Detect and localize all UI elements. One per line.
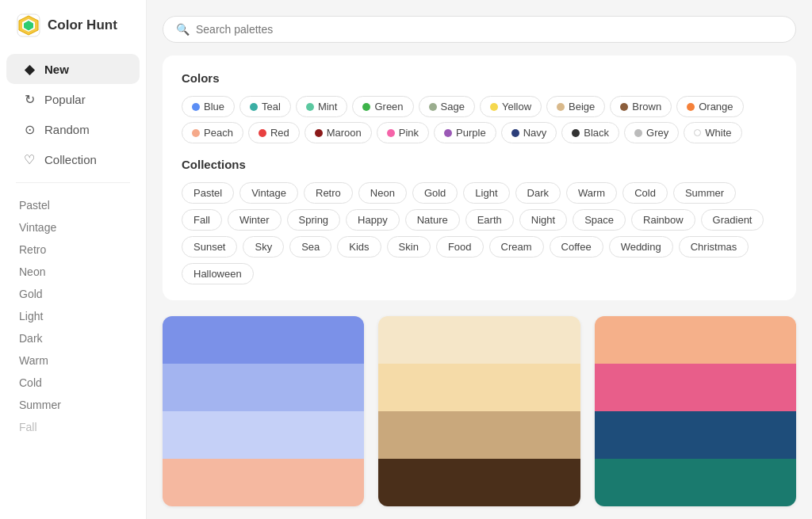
collection-tag-skin[interactable]: Skin <box>387 236 431 258</box>
color-tags: BlueTealMintGreenSageYellowBeigeBrownOra… <box>182 96 777 143</box>
palette-card-2[interactable] <box>595 316 796 506</box>
color-tag-mint[interactable]: Mint <box>296 96 348 117</box>
collection-tag-christmas[interactable]: Christmas <box>679 236 749 258</box>
collection-tag-kids[interactable]: Kids <box>337 236 381 258</box>
collection-tag-rainbow[interactable]: Rainbow <box>631 209 695 231</box>
collection-tag-coffee[interactable]: Coffee <box>550 236 603 258</box>
nav-item-new[interactable]: ◆ New <box>6 54 140 84</box>
color-label-peach: Peach <box>204 127 233 139</box>
color-dot-brown <box>620 103 628 111</box>
sidebar-link-dark[interactable]: Dark <box>0 327 146 349</box>
collection-tag-happy[interactable]: Happy <box>346 209 400 231</box>
collection-tag-summer[interactable]: Summer <box>673 182 736 204</box>
color-label-yellow: Yellow <box>502 101 531 113</box>
nav-label-popular: Popular <box>44 93 86 106</box>
color-tag-brown[interactable]: Brown <box>610 96 672 117</box>
color-label-sage: Sage <box>441 101 465 113</box>
collection-tag-halloween[interactable]: Halloween <box>182 263 254 284</box>
sidebar-link-fall[interactable]: Fall <box>0 416 146 438</box>
color-label-blue: Blue <box>204 101 224 113</box>
collection-icon: ♡ <box>22 152 36 166</box>
color-dot-yellow <box>490 103 498 111</box>
sidebar-link-neon[interactable]: Neon <box>0 261 146 283</box>
color-label-black: Black <box>584 127 609 139</box>
collection-tag-food[interactable]: Food <box>436 236 484 258</box>
collection-tag-sea[interactable]: Sea <box>289 236 331 258</box>
collection-tag-earth[interactable]: Earth <box>465 209 514 231</box>
palette-grid <box>163 316 796 506</box>
collections-title: Collections <box>182 158 777 171</box>
color-tag-navy[interactable]: Navy <box>501 122 557 143</box>
collection-tag-gold[interactable]: Gold <box>412 182 458 204</box>
color-tag-red[interactable]: Red <box>248 122 300 143</box>
collection-tag-spring[interactable]: Spring <box>287 209 341 231</box>
color-label-teal: Teal <box>262 101 281 113</box>
color-tag-peach[interactable]: Peach <box>182 122 243 143</box>
color-tag-green[interactable]: Green <box>352 96 413 117</box>
color-tag-sage[interactable]: Sage <box>419 96 475 117</box>
nav-label-random: Random <box>44 123 90 136</box>
color-tag-teal[interactable]: Teal <box>239 96 291 117</box>
collection-tag-sky[interactable]: Sky <box>243 236 284 258</box>
nav-item-popular[interactable]: ↻ Popular <box>6 84 140 114</box>
sidebar-link-gold[interactable]: Gold <box>0 283 146 305</box>
palette-2-swatch-1 <box>595 364 796 411</box>
color-tag-white[interactable]: White <box>684 122 741 143</box>
search-bar: 🔍 <box>163 16 796 43</box>
collection-tag-night[interactable]: Night <box>519 209 567 231</box>
color-dot-beige <box>557 103 565 111</box>
collection-tag-cold[interactable]: Cold <box>622 182 668 204</box>
random-icon: ⊙ <box>22 122 36 136</box>
palette-1-swatch-1 <box>378 364 580 411</box>
color-label-maroon: Maroon <box>327 127 362 139</box>
sidebar-link-light[interactable]: Light <box>0 305 146 327</box>
search-input[interactable] <box>196 23 783 36</box>
color-dot-white <box>694 129 701 136</box>
palette-1-swatch-3 <box>378 459 580 506</box>
color-tag-purple[interactable]: Purple <box>434 122 496 143</box>
sidebar-link-summer[interactable]: Summer <box>0 394 146 416</box>
color-tag-orange[interactable]: Orange <box>676 96 743 117</box>
color-label-mint: Mint <box>318 101 338 113</box>
collection-tag-vintage[interactable]: Vintage <box>239 182 298 204</box>
color-tag-pink[interactable]: Pink <box>377 122 429 143</box>
color-dot-pink <box>387 129 395 137</box>
collection-tag-neon[interactable]: Neon <box>358 182 407 204</box>
collection-tag-nature[interactable]: Nature <box>405 209 460 231</box>
main-content: 🔍 Colors BlueTealMintGreenSageYellowBeig… <box>147 0 812 519</box>
palette-card-0[interactable] <box>163 316 364 506</box>
collection-tag-winter[interactable]: Winter <box>228 209 282 231</box>
nav-item-random[interactable]: ⊙ Random <box>6 114 140 144</box>
palette-0-swatch-3 <box>163 459 364 506</box>
collection-tag-light[interactable]: Light <box>463 182 509 204</box>
collection-tag-dark[interactable]: Dark <box>515 182 561 204</box>
color-tag-yellow[interactable]: Yellow <box>480 96 542 117</box>
collection-tag-fall[interactable]: Fall <box>182 209 222 231</box>
sidebar-link-cold[interactable]: Cold <box>0 372 146 394</box>
sidebar-divider <box>16 182 130 183</box>
color-tag-beige[interactable]: Beige <box>546 96 605 117</box>
collection-tag-cream[interactable]: Cream <box>489 236 544 258</box>
sidebar-link-retro[interactable]: Retro <box>0 239 146 261</box>
collection-tag-pastel[interactable]: Pastel <box>182 182 234 204</box>
color-label-pink: Pink <box>399 127 419 139</box>
collection-tag-warm[interactable]: Warm <box>566 182 617 204</box>
palette-2-swatch-0 <box>595 316 796 364</box>
collection-tag-sunset[interactable]: Sunset <box>182 236 237 258</box>
palette-0-swatch-0 <box>163 316 364 364</box>
collection-tag-retro[interactable]: Retro <box>304 182 353 204</box>
collection-tag-gradient[interactable]: Gradient <box>701 209 764 231</box>
color-dot-maroon <box>315 129 323 137</box>
color-tag-black[interactable]: Black <box>561 122 619 143</box>
collection-tag-wedding[interactable]: Wedding <box>609 236 673 258</box>
color-tag-grey[interactable]: Grey <box>624 122 679 143</box>
sidebar-link-vintage[interactable]: Vintage <box>0 216 146 239</box>
palette-card-1[interactable] <box>378 316 580 506</box>
color-tag-maroon[interactable]: Maroon <box>304 122 372 143</box>
collection-tag-space[interactable]: Space <box>573 209 626 231</box>
color-dot-mint <box>306 103 314 111</box>
sidebar-link-warm[interactable]: Warm <box>0 349 146 372</box>
sidebar-link-pastel[interactable]: Pastel <box>0 194 146 216</box>
color-tag-blue[interactable]: Blue <box>182 96 235 117</box>
nav-item-collection[interactable]: ♡ Collection <box>6 144 140 174</box>
